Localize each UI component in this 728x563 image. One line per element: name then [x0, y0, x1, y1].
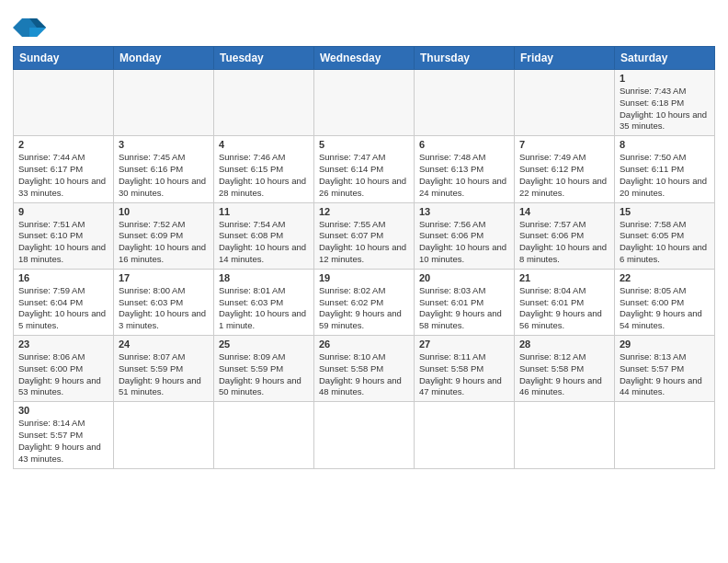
day-number: 4: [219, 139, 309, 150]
day-info: Sunrise: 8:14 AM Sunset: 5:57 PM Dayligh…: [18, 418, 108, 465]
calendar-cell: [415, 402, 515, 468]
calendar-cell: 15Sunrise: 7:58 AM Sunset: 6:05 PM Dayli…: [615, 202, 715, 269]
day-number: 3: [119, 139, 209, 150]
calendar-cell: 13Sunrise: 7:56 AM Sunset: 6:06 PM Dayli…: [415, 202, 515, 269]
day-number: 26: [319, 339, 409, 350]
calendar-cell: 30Sunrise: 8:14 AM Sunset: 5:57 PM Dayli…: [14, 402, 114, 468]
day-info: Sunrise: 7:43 AM Sunset: 6:18 PM Dayligh…: [620, 86, 710, 132]
day-info: Sunrise: 7:47 AM Sunset: 6:14 PM Dayligh…: [319, 152, 409, 199]
weekday-header-wednesday: Wednesday: [314, 47, 415, 70]
day-info: Sunrise: 8:13 AM Sunset: 5:57 PM Dayligh…: [620, 351, 710, 398]
calendar-table: SundayMondayTuesdayWednesdayThursdayFrid…: [13, 46, 715, 469]
calendar-week-3: 9Sunrise: 7:51 AM Sunset: 6:10 PM Daylig…: [14, 202, 715, 269]
day-info: Sunrise: 8:02 AM Sunset: 6:02 PM Dayligh…: [319, 285, 409, 332]
calendar-cell: [114, 70, 214, 136]
calendar-cell: [214, 70, 314, 136]
day-number: 6: [419, 139, 509, 150]
day-number: 14: [519, 206, 609, 217]
calendar-cell: 28Sunrise: 8:12 AM Sunset: 5:58 PM Dayli…: [515, 336, 615, 402]
calendar-cell: [515, 70, 615, 136]
calendar-cell: 5Sunrise: 7:47 AM Sunset: 6:14 PM Daylig…: [314, 136, 415, 202]
day-info: Sunrise: 7:58 AM Sunset: 6:05 PM Dayligh…: [620, 219, 710, 266]
day-number: 17: [119, 272, 209, 283]
day-number: 11: [219, 206, 309, 217]
page: SundayMondayTuesdayWednesdayThursdayFrid…: [0, 0, 728, 478]
calendar-cell: 26Sunrise: 8:10 AM Sunset: 5:58 PM Dayli…: [314, 336, 415, 402]
calendar-cell: [14, 70, 114, 136]
calendar-cell: 17Sunrise: 8:00 AM Sunset: 6:03 PM Dayli…: [114, 269, 214, 335]
calendar-cell: [114, 402, 214, 468]
day-info: Sunrise: 7:45 AM Sunset: 6:16 PM Dayligh…: [119, 152, 209, 199]
day-number: 8: [620, 139, 710, 150]
calendar-cell: 19Sunrise: 8:02 AM Sunset: 6:02 PM Dayli…: [314, 269, 415, 335]
day-number: 2: [18, 139, 108, 150]
calendar-cell: 1Sunrise: 7:43 AM Sunset: 6:18 PM Daylig…: [615, 70, 715, 136]
day-number: 18: [219, 272, 309, 283]
calendar-cell: [515, 402, 615, 468]
weekday-header-saturday: Saturday: [615, 47, 715, 70]
weekday-header-monday: Monday: [114, 47, 214, 70]
calendar-cell: [314, 70, 415, 136]
calendar-cell: 14Sunrise: 7:57 AM Sunset: 6:06 PM Dayli…: [515, 202, 615, 269]
calendar-cell: 11Sunrise: 7:54 AM Sunset: 6:08 PM Dayli…: [214, 202, 314, 269]
header: [13, 9, 715, 40]
logo-icon: [13, 15, 46, 40]
day-info: Sunrise: 7:52 AM Sunset: 6:09 PM Dayligh…: [119, 219, 209, 266]
day-info: Sunrise: 8:07 AM Sunset: 5:59 PM Dayligh…: [119, 351, 209, 398]
day-info: Sunrise: 7:46 AM Sunset: 6:15 PM Dayligh…: [219, 152, 309, 199]
day-number: 1: [620, 73, 710, 84]
weekday-header-thursday: Thursday: [415, 47, 515, 70]
day-info: Sunrise: 8:11 AM Sunset: 5:58 PM Dayligh…: [419, 351, 509, 398]
calendar-cell: 20Sunrise: 8:03 AM Sunset: 6:01 PM Dayli…: [415, 269, 515, 335]
calendar-cell: 4Sunrise: 7:46 AM Sunset: 6:15 PM Daylig…: [214, 136, 314, 202]
day-info: Sunrise: 8:03 AM Sunset: 6:01 PM Dayligh…: [419, 285, 509, 332]
day-info: Sunrise: 8:06 AM Sunset: 6:00 PM Dayligh…: [18, 351, 108, 398]
calendar-cell: [615, 402, 715, 468]
calendar-cell: 25Sunrise: 8:09 AM Sunset: 5:59 PM Dayli…: [214, 336, 314, 402]
day-info: Sunrise: 7:48 AM Sunset: 6:13 PM Dayligh…: [419, 152, 509, 199]
calendar-cell: [314, 402, 415, 468]
day-info: Sunrise: 7:49 AM Sunset: 6:12 PM Dayligh…: [519, 152, 609, 199]
day-info: Sunrise: 8:10 AM Sunset: 5:58 PM Dayligh…: [319, 351, 409, 398]
calendar-cell: [214, 402, 314, 468]
day-info: Sunrise: 8:12 AM Sunset: 5:58 PM Dayligh…: [519, 351, 609, 398]
day-number: 10: [119, 206, 209, 217]
weekday-header-row: SundayMondayTuesdayWednesdayThursdayFrid…: [14, 47, 715, 70]
calendar-cell: 23Sunrise: 8:06 AM Sunset: 6:00 PM Dayli…: [14, 336, 114, 402]
calendar-cell: 7Sunrise: 7:49 AM Sunset: 6:12 PM Daylig…: [515, 136, 615, 202]
calendar-week-6: 30Sunrise: 8:14 AM Sunset: 5:57 PM Dayli…: [14, 402, 715, 468]
calendar-cell: 9Sunrise: 7:51 AM Sunset: 6:10 PM Daylig…: [14, 202, 114, 269]
day-number: 21: [519, 272, 609, 283]
day-info: Sunrise: 8:00 AM Sunset: 6:03 PM Dayligh…: [119, 285, 209, 332]
day-number: 13: [419, 206, 509, 217]
day-number: 16: [18, 272, 108, 283]
day-number: 25: [219, 339, 309, 350]
calendar-cell: 12Sunrise: 7:55 AM Sunset: 6:07 PM Dayli…: [314, 202, 415, 269]
calendar-week-2: 2Sunrise: 7:44 AM Sunset: 6:17 PM Daylig…: [14, 136, 715, 202]
calendar-cell: 3Sunrise: 7:45 AM Sunset: 6:16 PM Daylig…: [114, 136, 214, 202]
day-number: 20: [419, 272, 509, 283]
day-number: 15: [620, 206, 710, 217]
day-info: Sunrise: 7:44 AM Sunset: 6:17 PM Dayligh…: [18, 152, 108, 199]
calendar-cell: 10Sunrise: 7:52 AM Sunset: 6:09 PM Dayli…: [114, 202, 214, 269]
day-number: 27: [419, 339, 509, 350]
calendar-cell: 27Sunrise: 8:11 AM Sunset: 5:58 PM Dayli…: [415, 336, 515, 402]
day-number: 7: [519, 139, 609, 150]
day-number: 29: [620, 339, 710, 350]
day-number: 23: [18, 339, 108, 350]
weekday-header-friday: Friday: [515, 47, 615, 70]
day-number: 24: [119, 339, 209, 350]
weekday-header-tuesday: Tuesday: [214, 47, 314, 70]
day-info: Sunrise: 8:09 AM Sunset: 5:59 PM Dayligh…: [219, 351, 309, 398]
calendar-cell: 21Sunrise: 8:04 AM Sunset: 6:01 PM Dayli…: [515, 269, 615, 335]
day-number: 30: [18, 405, 108, 416]
calendar-cell: 16Sunrise: 7:59 AM Sunset: 6:04 PM Dayli…: [14, 269, 114, 335]
day-number: 9: [18, 206, 108, 217]
calendar-week-1: 1Sunrise: 7:43 AM Sunset: 6:18 PM Daylig…: [14, 70, 715, 136]
day-number: 19: [319, 272, 409, 283]
day-info: Sunrise: 7:55 AM Sunset: 6:07 PM Dayligh…: [319, 219, 409, 266]
logo: [13, 15, 50, 40]
calendar-cell: 24Sunrise: 8:07 AM Sunset: 5:59 PM Dayli…: [114, 336, 214, 402]
day-info: Sunrise: 8:05 AM Sunset: 6:00 PM Dayligh…: [620, 285, 710, 332]
calendar-cell: 18Sunrise: 8:01 AM Sunset: 6:03 PM Dayli…: [214, 269, 314, 335]
